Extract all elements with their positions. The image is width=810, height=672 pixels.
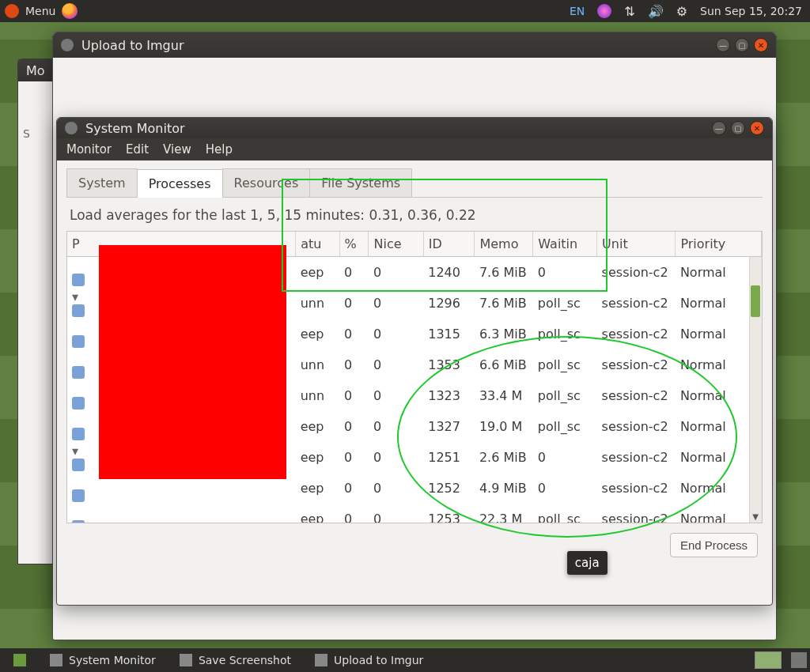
clock[interactable]: Sun Sep 15, 20:27 — [697, 5, 805, 17]
screenshot-taskbar-icon — [180, 654, 192, 666]
taskbar-label: Upload to Imgur — [334, 654, 423, 666]
process-cell: 0 — [369, 349, 423, 380]
trash-icon[interactable] — [791, 652, 807, 668]
process-cell: poll_sc — [533, 288, 597, 319]
top-panel: Menu EN ⇅ 🔊 ⚙ Sun Sep 15, 20:27 — [0, 0, 810, 22]
scrollbar-track[interactable]: ▲ ▼ — [749, 257, 762, 523]
annotation-red-block — [99, 245, 287, 479]
bottom-panel: System Monitor Save Screenshot Upload to… — [0, 648, 810, 672]
sysmon-menubar: Monitor Edit View Help — [57, 138, 772, 160]
network-icon[interactable]: ⇅ — [621, 4, 638, 19]
taskbar-item-system-monitor[interactable]: System Monitor — [40, 650, 166, 670]
firefox-icon[interactable] — [62, 3, 78, 19]
sysmon-app-icon — [65, 122, 78, 134]
show-desktop-button[interactable] — [3, 650, 36, 670]
minimize-button[interactable]: — — [712, 121, 726, 135]
sysmon-window-title: System Monitor — [85, 121, 185, 136]
process-cell: eep — [296, 473, 339, 504]
process-cell: unn — [296, 288, 339, 319]
maximize-button[interactable]: ▢ — [731, 121, 745, 135]
process-name-cell — [67, 504, 296, 523]
sysmon-taskbar-icon — [50, 654, 62, 666]
show-desktop-icon — [13, 654, 26, 666]
process-cell: session-c2 — [597, 257, 676, 289]
taskbar-label: Save Screenshot — [199, 654, 291, 666]
process-tooltip: caja — [567, 551, 608, 575]
process-cell: eep — [296, 319, 339, 349]
process-cell: 1315 — [423, 319, 475, 349]
process-cell: eep — [296, 504, 339, 523]
volume-icon[interactable]: 🔊 — [645, 4, 667, 19]
process-cell: 0 — [339, 473, 369, 504]
scroll-down-icon[interactable]: ▼ — [749, 510, 762, 523]
taskbar-item-save-screenshot[interactable]: Save Screenshot — [169, 650, 301, 670]
scrollbar-thumb[interactable] — [751, 285, 760, 317]
power-settings-icon[interactable]: ⚙ — [673, 4, 691, 19]
imgur-titlebar[interactable]: Upload to Imgur — ▢ ✕ — [53, 32, 776, 58]
background-window: Mo S — [17, 59, 57, 564]
menu-view[interactable]: View — [163, 142, 191, 157]
bg-window-tab-fragment: S — [23, 127, 30, 140]
process-cell: 0 — [339, 288, 369, 319]
tab-system[interactable]: System — [66, 168, 138, 197]
process-cell: eep — [296, 442, 339, 473]
menu-help[interactable]: Help — [206, 142, 233, 157]
imgur-taskbar-icon — [315, 654, 327, 666]
process-cell: unn — [296, 380, 339, 411]
menu-edit[interactable]: Edit — [126, 142, 149, 157]
close-button[interactable]: ✕ — [750, 121, 764, 135]
process-cell: 0 — [369, 288, 423, 319]
process-cell: 0 — [339, 319, 369, 349]
process-cell: unn — [296, 349, 339, 380]
process-cell: eep — [296, 411, 339, 442]
keyboard-layout-indicator[interactable]: EN — [566, 5, 588, 17]
taskbar-item-upload-imgur[interactable]: Upload to Imgur — [305, 650, 433, 670]
process-cell: 0 — [369, 504, 423, 523]
process-cell: 7.6 MiB — [475, 288, 533, 319]
end-process-button[interactable]: End Process — [670, 533, 758, 557]
process-cell: session-c2 — [597, 288, 676, 319]
maximize-button[interactable]: ▢ — [735, 38, 749, 52]
workspace-switcher[interactable] — [755, 651, 782, 669]
process-cell: 0 — [369, 319, 423, 349]
menu-monitor[interactable]: Monitor — [66, 142, 112, 157]
tab-processes[interactable]: Processes — [137, 169, 223, 198]
taskbar-label: System Monitor — [69, 654, 156, 666]
column-header[interactable]: Priority — [676, 232, 762, 257]
menu-button[interactable]: Menu — [25, 5, 55, 17]
process-cell: 1296 — [423, 288, 475, 319]
sysmon-titlebar[interactable]: System Monitor — ▢ ✕ — [57, 118, 772, 138]
close-button[interactable]: ✕ — [754, 38, 768, 52]
process-cell: 0 — [339, 504, 369, 523]
process-cell: 0 — [339, 411, 369, 442]
minimize-button[interactable]: — — [716, 38, 730, 52]
flame-tray-icon[interactable] — [594, 4, 615, 18]
process-cell: 0 — [339, 349, 369, 380]
process-cell: 0 — [339, 380, 369, 411]
annotation-green-circle — [397, 336, 737, 538]
annotation-green-rectangle — [282, 179, 608, 292]
imgur-app-icon — [61, 39, 74, 51]
process-cell: 0 — [339, 442, 369, 473]
column-header[interactable]: Unit — [597, 232, 676, 257]
distro-logo-icon[interactable] — [5, 4, 19, 18]
imgur-window-title: Upload to Imgur — [81, 38, 184, 53]
bg-window-title-fragment: Mo — [26, 63, 45, 78]
